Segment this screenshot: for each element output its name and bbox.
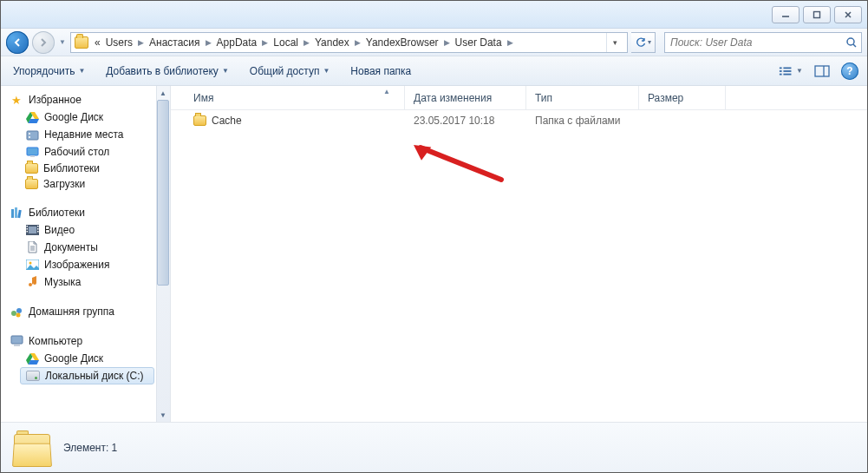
sidebar-item-documents[interactable]: Документы: [1, 239, 170, 256]
sidebar-item-recent[interactable]: Недавние места: [1, 126, 170, 143]
svg-point-30: [29, 262, 31, 265]
details-text: Элемент: 1: [63, 442, 117, 454]
svg-rect-10: [27, 131, 38, 140]
content-pane: Имя▲ Дата изменения Тип Размер Cache 23.…: [171, 86, 867, 422]
file-list[interactable]: Cache 23.05.2017 10:18 Папка с файлами: [171, 110, 867, 422]
svg-rect-15: [11, 209, 14, 218]
music-icon: [25, 275, 39, 289]
sort-indicator-icon: ▲: [383, 86, 395, 95]
sidebar-item-google-drive-2[interactable]: Google Диск: [1, 350, 170, 367]
cell-date: 23.05.2017 10:18: [405, 115, 526, 127]
sidebar-item-pictures[interactable]: Изображения: [1, 256, 170, 273]
chevron-right-icon[interactable]: ▶: [506, 38, 515, 47]
computer-icon: [10, 334, 23, 348]
sidebar-item-label: Недавние места: [44, 128, 123, 141]
svg-rect-2: [780, 67, 782, 69]
scroll-up-button[interactable]: ▲: [156, 86, 170, 100]
nav-history-dropdown[interactable]: ▼: [58, 38, 67, 46]
forward-button[interactable]: [32, 31, 55, 54]
back-button[interactable]: [6, 31, 29, 54]
sidebar-item-label: Google Диск: [44, 111, 103, 123]
sidebar-item-label: Изображения: [44, 259, 109, 271]
svg-rect-22: [26, 231, 28, 233]
chevron-right-icon[interactable]: ▶: [302, 38, 311, 47]
sidebar-item-label: Загрузки: [43, 178, 85, 190]
scroll-down-button[interactable]: ▼: [156, 408, 170, 422]
preview-pane-button[interactable]: [810, 61, 834, 82]
svg-rect-8: [815, 66, 829, 76]
organize-button[interactable]: Упорядочить▼: [10, 62, 88, 80]
chevron-right-icon[interactable]: ▶: [204, 38, 213, 47]
sidebar-homegroup-header[interactable]: Домашняя группа: [1, 303, 170, 320]
svg-point-32: [16, 308, 22, 313]
annotation-red-arrow: [410, 143, 506, 187]
breadcrumb-item[interactable]: Анастасия: [147, 36, 202, 49]
search-input[interactable]: [669, 36, 845, 49]
sidebar-item-google-drive[interactable]: Google Диск: [1, 108, 170, 126]
sidebar-item-libraries-link[interactable]: Библиотеки: [1, 161, 170, 176]
svg-rect-24: [37, 228, 39, 230]
breadcrumb-item[interactable]: User Data: [454, 36, 504, 49]
breadcrumb-item[interactable]: Yandex: [313, 36, 351, 49]
explorer-window: ▼ « Users▶ Анастасия▶ AppData▶ Local▶ Ya…: [0, 0, 868, 473]
sidebar-item-local-disk-c[interactable]: Локальный диск (C:): [20, 367, 154, 384]
sidebar-item-label: Музыка: [44, 276, 81, 288]
address-dropdown[interactable]: ▾: [606, 33, 623, 52]
include-button[interactable]: Добавить в библиотеку▼: [102, 62, 232, 80]
column-header-date[interactable]: Дата изменения: [405, 86, 526, 109]
column-header-size[interactable]: Размер: [639, 86, 726, 109]
navigation-pane[interactable]: ▲ ▼ ★Избранное Google Диск Недавние мест…: [1, 86, 171, 422]
chevron-right-icon[interactable]: ▶: [353, 38, 362, 47]
sidebar-item-desktop[interactable]: Рабочий стол: [1, 143, 170, 161]
svg-rect-4: [780, 70, 782, 72]
column-header-name[interactable]: Имя▲: [185, 86, 405, 109]
svg-rect-13: [27, 148, 38, 155]
cell-name[interactable]: Cache: [185, 115, 405, 127]
folder-icon: [25, 163, 38, 174]
search-icon[interactable]: [845, 36, 858, 49]
folder-icon: [75, 36, 88, 49]
new-folder-button[interactable]: Новая папка: [347, 62, 414, 80]
refresh-button[interactable]: ▾: [631, 32, 656, 53]
breadcrumb-item[interactable]: YandexBrowser: [364, 36, 441, 49]
breadcrumb-prefix: «: [93, 36, 102, 49]
close-button[interactable]: [834, 6, 862, 23]
table-row[interactable]: Cache 23.05.2017 10:18 Папка с файлами: [171, 110, 867, 131]
sidebar-computer-header[interactable]: Компьютер: [1, 332, 170, 350]
sidebar-item-video[interactable]: Видео: [1, 221, 170, 239]
chevron-right-icon[interactable]: ▶: [442, 38, 452, 47]
libraries-icon: [10, 206, 23, 220]
folder-icon: [193, 115, 206, 126]
desktop-icon: [25, 145, 39, 159]
column-header-type[interactable]: Тип: [526, 86, 639, 109]
cell-type: Папка с файлами: [526, 115, 639, 127]
sidebar-item-label: Рабочий стол: [44, 146, 109, 158]
googledrive-icon: [25, 351, 39, 365]
maximize-button[interactable]: [803, 6, 831, 23]
sidebar-favorites-header[interactable]: ★Избранное: [1, 91, 170, 108]
breadcrumb-item[interactable]: Users: [104, 36, 134, 49]
svg-rect-35: [14, 345, 20, 346]
share-button[interactable]: Общий доступ▼: [246, 62, 334, 80]
sidebar-item-downloads[interactable]: Загрузки: [1, 176, 170, 192]
svg-rect-0: [814, 11, 820, 17]
chevron-right-icon[interactable]: ▶: [260, 38, 270, 47]
svg-point-31: [11, 311, 16, 316]
scrollbar-thumb[interactable]: [157, 100, 169, 286]
search-box[interactable]: [664, 32, 862, 53]
breadcrumb-item[interactable]: Local: [271, 36, 300, 49]
details-pane: Элемент: 1: [1, 422, 867, 472]
star-icon: ★: [10, 93, 23, 107]
breadcrumb-item[interactable]: AppData: [215, 36, 259, 49]
svg-rect-21: [26, 228, 28, 230]
sidebar-libraries-header[interactable]: Библиотеки: [1, 204, 170, 221]
address-bar[interactable]: « Users▶ Анастасия▶ AppData▶ Local▶ Yand…: [70, 32, 628, 53]
chevron-right-icon[interactable]: ▶: [136, 38, 146, 47]
view-options-button[interactable]: ▼: [779, 61, 803, 82]
command-bar: Упорядочить▼ Добавить в библиотеку▼ Общи…: [1, 56, 867, 86]
minimize-button[interactable]: [772, 6, 799, 23]
sidebar-item-music[interactable]: Музыка: [1, 273, 170, 291]
column-headers: Имя▲ Дата изменения Тип Размер: [171, 86, 867, 110]
help-button[interactable]: ?: [841, 62, 858, 80]
sidebar-item-label: Документы: [44, 241, 98, 253]
